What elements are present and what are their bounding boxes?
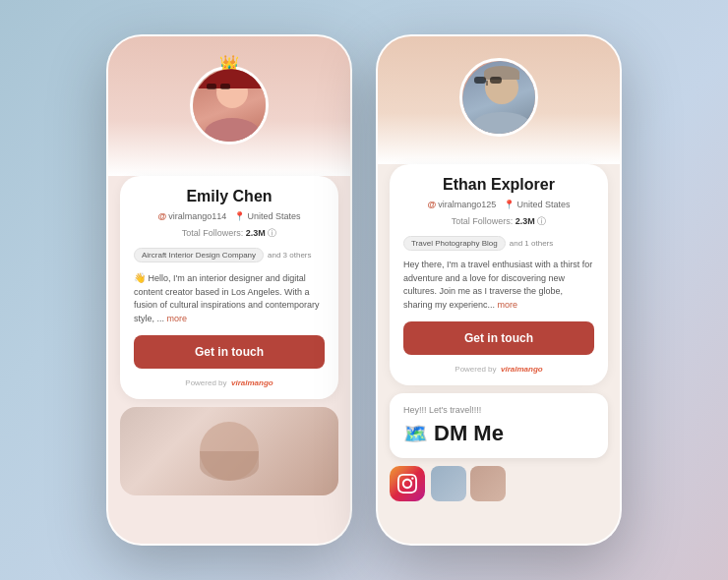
thumb-1 — [431, 466, 466, 501]
ethan-tag: Travel Photography Blog — [403, 236, 506, 251]
emily-powered-label: Powered by — [185, 378, 226, 387]
emily-tag: Aircraft Interior Design Company — [134, 248, 264, 262]
ethan-top-section — [378, 36, 620, 164]
dm-big-text: 🗺️ DM Me — [403, 421, 594, 446]
ethan-card: Ethan Explorer @ viralmango125 📍 United … — [390, 164, 608, 385]
ethan-followers-count: 2.3M — [516, 216, 535, 226]
ethan-name: Ethan Explorer — [403, 176, 594, 194]
thumb-2 — [470, 466, 506, 501]
emily-tags: Aircraft Interior Design Company and 3 o… — [134, 248, 325, 262]
phone-ethan: Ethan Explorer @ viralmango125 📍 United … — [376, 34, 622, 546]
emily-followers-label: Total Followers: — [182, 228, 244, 238]
emily-powered: Powered by viralmango — [134, 378, 325, 387]
ethan-meta: @ viralmango125 📍 United States — [403, 200, 594, 209]
emily-location-meta: 📍 United States — [234, 211, 300, 221]
ethan-followers: Total Followers: 2.3M ⓘ — [403, 215, 594, 228]
ethan-more-link[interactable]: more — [498, 300, 518, 310]
ethan-powered-label: Powered by — [455, 365, 496, 374]
ethan-cta-button[interactable]: Get in touch — [403, 321, 594, 355]
emily-location: United States — [247, 211, 300, 221]
emily-more-link[interactable]: more — [167, 314, 188, 323]
emily-card: Emily Chen @ viralmango114 📍 United Stat… — [120, 176, 338, 399]
pin-icon-ethan: 📍 — [504, 200, 515, 209]
ethan-avatar-container — [459, 58, 538, 137]
pin-icon-emily: 📍 — [234, 211, 245, 221]
ethan-location-meta: 📍 United States — [504, 200, 570, 209]
ethan-username-meta: @ viralmango125 — [428, 200, 497, 209]
at-icon: @ — [158, 211, 167, 221]
ethan-brand: viralmango — [501, 365, 543, 374]
instagram-row — [390, 466, 608, 501]
emily-meta: @ viralmango114 📍 United States — [134, 211, 325, 221]
dm-title: Hey!!! Let's travel!!!! — [403, 405, 594, 415]
dm-emoji: 🗺️ — [403, 422, 428, 445]
info-icon-ethan: ⓘ — [537, 216, 546, 226]
ethan-tag-others: and 1 others — [510, 239, 553, 248]
ethan-powered: Powered by viralmango — [403, 365, 594, 374]
emily-followers-count: 2.3M — [246, 228, 266, 238]
emily-brand: viralmango — [231, 378, 273, 387]
info-icon-emily: ⓘ — [268, 228, 276, 238]
emily-username: viralmango114 — [168, 211, 226, 221]
emily-avatar-container: 👑 — [190, 66, 269, 145]
ethan-location: United States — [516, 200, 570, 209]
ethan-tags: Travel Photography Blog and 1 others — [403, 236, 594, 251]
emily-username-meta: @ viralmango114 — [158, 211, 227, 221]
phones-container: 👑 Emily Chen @ viralmango114 — [87, 15, 641, 565]
emily-name: Emily Chen — [134, 188, 325, 205]
instagram-icon[interactable] — [390, 466, 425, 501]
emily-photo-placeholder — [120, 407, 338, 495]
dm-label: DM Me — [434, 421, 504, 446]
emily-followers: Total Followers: 2.3M ⓘ — [134, 227, 325, 240]
emily-emoji: 👋 — [134, 272, 146, 283]
emily-top-section: 👑 — [108, 36, 350, 176]
emily-cta-button[interactable]: Get in touch — [134, 335, 325, 369]
emily-avatar — [190, 66, 269, 145]
emily-tag-others: and 3 others — [268, 251, 311, 260]
phone-emily: 👑 Emily Chen @ viralmango114 — [106, 34, 352, 546]
ethan-bottom-section: Hey!!! Let's travel!!!! 🗺️ DM Me — [378, 393, 620, 513]
at-icon-ethan: @ — [428, 200, 437, 209]
ethan-username: viralmango125 — [438, 200, 496, 209]
emily-bio: 👋 Hello, I'm an interior designer and di… — [134, 270, 325, 325]
emily-bio-text: Hello, I'm an interior designer and digi… — [134, 273, 320, 323]
ethan-followers-label: Total Followers: — [452, 216, 514, 226]
dm-card: Hey!!! Let's travel!!!! 🗺️ DM Me — [390, 393, 608, 458]
emily-bottom-photo — [120, 407, 338, 495]
ethan-bio: Hey there, I'm a travel enthusiast with … — [403, 259, 594, 312]
photo-thumbs — [431, 466, 506, 501]
ethan-avatar — [459, 58, 538, 137]
